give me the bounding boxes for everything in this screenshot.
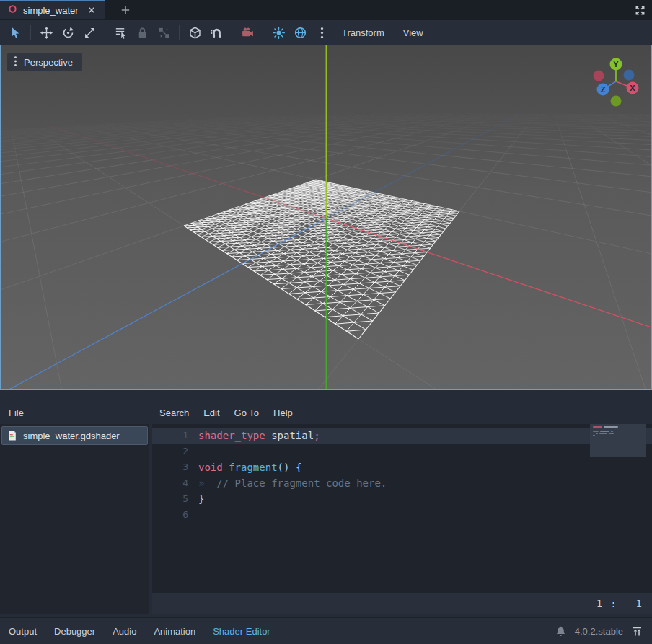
code-line: 2 bbox=[152, 444, 652, 459]
sun-icon bbox=[272, 26, 286, 40]
viewport-3d[interactable]: Perspective YXZ bbox=[0, 45, 652, 390]
use-snap-button[interactable] bbox=[206, 23, 227, 42]
editor-menu-bar: SearchEditGo ToHelp bbox=[152, 401, 652, 424]
bottom-tab-debugger[interactable]: Debugger bbox=[45, 626, 104, 637]
caret-line: 1 bbox=[596, 598, 602, 609]
toolbar-separator bbox=[263, 25, 263, 40]
tab-simple-water[interactable]: simple_water bbox=[0, 0, 105, 19]
minimap-bar bbox=[604, 426, 618, 428]
group-selection-button[interactable] bbox=[153, 23, 175, 42]
list-select-icon bbox=[114, 26, 128, 40]
cube-icon bbox=[188, 26, 202, 40]
spatial-toolbar: TransformView bbox=[0, 20, 652, 45]
menu-help[interactable]: Help bbox=[266, 407, 300, 418]
line-number: 6 bbox=[152, 507, 198, 523]
bottom-tab-animation[interactable]: Animation bbox=[145, 626, 204, 637]
globe-icon bbox=[294, 26, 307, 40]
scale-icon bbox=[83, 26, 97, 40]
rotate-icon bbox=[61, 26, 75, 40]
preview-sunlight-button[interactable] bbox=[268, 23, 289, 42]
move-icon bbox=[40, 26, 53, 40]
kebab-menu-icon bbox=[14, 55, 17, 70]
minimap-bar bbox=[609, 433, 614, 434]
sun-environment-options-button[interactable] bbox=[311, 23, 332, 42]
minimap-bar bbox=[593, 431, 599, 432]
toolbar-separator bbox=[105, 25, 105, 40]
preview-camera-button[interactable] bbox=[237, 23, 258, 42]
line-number: 4 bbox=[152, 475, 198, 491]
scene-ring-icon bbox=[8, 4, 17, 16]
file-item-simple_water.gdshader[interactable]: simple_water.gdshader bbox=[1, 426, 148, 445]
viewport-mode-label: Perspective bbox=[24, 57, 73, 68]
shader-editor-panel: SearchEditGo ToHelp 1shader_type spatial… bbox=[152, 401, 652, 614]
code-line: 1shader_type spatial; bbox=[152, 428, 652, 444]
use-local-space-button[interactable] bbox=[184, 23, 206, 42]
caret-separator: : bbox=[610, 598, 616, 609]
minimap-bar bbox=[593, 435, 595, 436]
select-mode-button[interactable] bbox=[4, 23, 26, 42]
code-line: 3void fragment() { bbox=[152, 459, 652, 475]
minimap-bar bbox=[600, 431, 609, 432]
code-text: » // Place fragment code here. bbox=[198, 475, 387, 491]
orientation-gizmo[interactable]: YXZ bbox=[591, 51, 648, 109]
preview-environment-button[interactable] bbox=[289, 23, 311, 42]
menu-transform[interactable]: Transform bbox=[332, 27, 394, 38]
select-icon bbox=[9, 26, 22, 40]
caret-column: 1 bbox=[636, 598, 642, 609]
code-text: shader_type spatial; bbox=[198, 428, 320, 444]
toolbar-separator bbox=[179, 25, 180, 40]
code-text: void fragment() { bbox=[198, 459, 301, 475]
minimap-bar bbox=[599, 433, 607, 434]
line-number: 1 bbox=[152, 428, 198, 444]
code-line: 5} bbox=[152, 491, 652, 507]
toolbar-separator bbox=[30, 25, 31, 40]
expand-window-icon[interactable] bbox=[632, 2, 648, 18]
viewport-canvas[interactable] bbox=[1, 45, 651, 389]
svg-text:X: X bbox=[630, 84, 635, 92]
bottom-tab-audio[interactable]: Audio bbox=[104, 626, 145, 637]
shader-file-icon bbox=[6, 430, 18, 441]
shader-file-list[interactable]: simple_water.gdshader bbox=[0, 424, 149, 614]
code-editor[interactable]: 1shader_type spatial;23void fragment() {… bbox=[152, 424, 652, 593]
camera-icon bbox=[241, 26, 255, 40]
shader-file-panel: File simple_water.gdshader bbox=[0, 401, 149, 614]
line-number: 5 bbox=[152, 491, 198, 507]
list-select-button[interactable] bbox=[110, 23, 131, 42]
code-line: 6 bbox=[152, 507, 652, 523]
svg-text:Z: Z bbox=[601, 85, 606, 94]
menu-edit[interactable]: Edit bbox=[196, 407, 226, 418]
bell-icon[interactable] bbox=[555, 625, 567, 638]
menu-go-to[interactable]: Go To bbox=[227, 407, 266, 418]
editor-status-row: 1 : 1 bbox=[152, 593, 652, 614]
rotate-mode-button[interactable] bbox=[57, 23, 79, 42]
magnet-icon bbox=[210, 26, 224, 40]
lock-selection-button[interactable] bbox=[131, 23, 153, 42]
minimap-bar bbox=[593, 426, 602, 428]
move-mode-button[interactable] bbox=[35, 23, 57, 42]
svg-text:Y: Y bbox=[613, 60, 619, 69]
bottom-tab-shader-editor[interactable]: Shader Editor bbox=[204, 626, 279, 637]
menu-search[interactable]: Search bbox=[152, 407, 196, 418]
godot-editor-window: simple_water TransformView Perspective Y… bbox=[0, 0, 652, 644]
group-icon bbox=[157, 26, 171, 40]
code-text: } bbox=[198, 491, 204, 507]
file-menu[interactable]: File bbox=[0, 401, 149, 424]
bottom-tab-output[interactable]: Output bbox=[0, 626, 45, 637]
expand-bottom-panel-icon[interactable] bbox=[631, 625, 643, 638]
menu-view[interactable]: View bbox=[394, 27, 433, 38]
tab-close-icon[interactable] bbox=[87, 6, 96, 14]
lock-icon bbox=[136, 26, 149, 40]
scale-mode-button[interactable] bbox=[79, 23, 100, 42]
file-item-label: simple_water.gdshader bbox=[23, 431, 120, 441]
perspective-menu[interactable]: Perspective bbox=[7, 53, 82, 71]
dots-icon bbox=[315, 26, 329, 40]
new-tab-button[interactable] bbox=[115, 1, 136, 19]
code-line: 4» // Place fragment code here. bbox=[152, 475, 652, 491]
line-number: 2 bbox=[152, 444, 198, 459]
tab-title: simple_water bbox=[23, 5, 79, 16]
minimap-bar bbox=[611, 431, 613, 432]
bottom-panel-bar: OutputDebuggerAudioAnimationShader Edito… bbox=[0, 617, 652, 644]
code-minimap[interactable] bbox=[590, 424, 646, 457]
toolbar-separator bbox=[232, 25, 232, 40]
scene-tab-bar: simple_water bbox=[0, 0, 652, 20]
